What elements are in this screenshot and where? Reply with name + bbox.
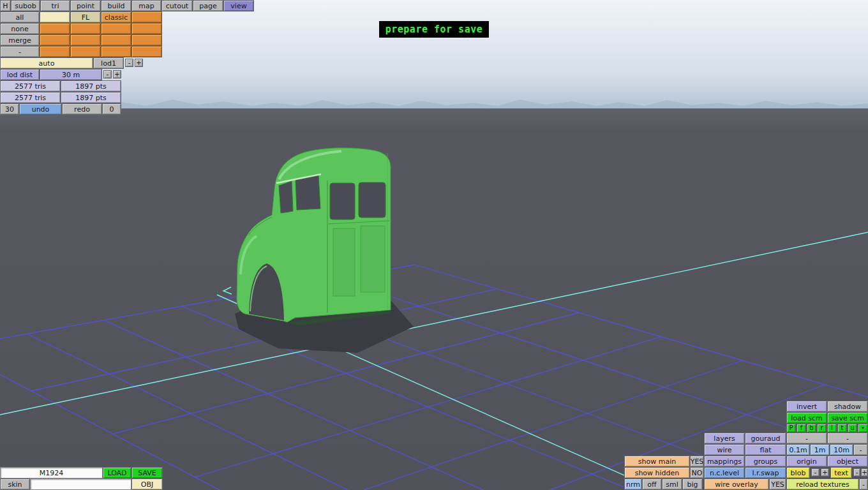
reload-textures-button[interactable]: reload textures — [786, 479, 859, 490]
lod-dist-minus-button[interactable]: - — [103, 70, 112, 78]
show-hidden-label[interactable]: show hidden — [624, 467, 690, 479]
subobj-cell-r2c2[interactable] — [70, 23, 101, 34]
menu-item-cutout[interactable]: cutout — [161, 0, 193, 11]
groups-button[interactable]: groups — [745, 456, 786, 467]
text-minus-button[interactable]: - — [853, 468, 860, 477]
origin-button[interactable]: origin — [786, 456, 827, 467]
pts-count-1: 1897 pts — [61, 80, 121, 92]
grid-1m-button[interactable]: 1m — [810, 444, 830, 456]
subobj-cell-fl[interactable]: FL — [70, 11, 101, 23]
blob-button[interactable]: blob — [786, 467, 810, 479]
view-left-button[interactable]: l — [827, 424, 837, 433]
menu-item-tri[interactable]: tri — [40, 0, 70, 11]
subobj-cell-r4c3[interactable] — [101, 46, 131, 57]
object-button[interactable]: object — [827, 456, 868, 467]
subobj-all-button[interactable]: all — [0, 11, 40, 23]
grid-10m-button[interactable]: 10m — [830, 444, 853, 456]
subobj-dash-button[interactable]: - — [0, 46, 40, 57]
invert-button[interactable]: invert — [786, 401, 827, 412]
lod-plus-button[interactable]: + — [135, 59, 143, 67]
viewport-scene — [0, 0, 868, 490]
menu-item-h[interactable]: H — [0, 0, 11, 11]
mappings-button[interactable]: mappings — [704, 456, 745, 467]
view-right-button[interactable]: r — [817, 424, 827, 433]
load-scm-button[interactable]: load scm — [786, 412, 827, 424]
tris-count-1: 2577 tris — [0, 80, 61, 92]
lr-swap-button[interactable]: l.r.swap — [745, 467, 786, 479]
nrm-button[interactable]: nrm — [624, 479, 642, 490]
undo-button[interactable]: undo — [19, 103, 62, 115]
subobj-cell-r1c4[interactable] — [131, 11, 162, 23]
subobj-merge-button[interactable]: merge — [0, 34, 40, 46]
model-name-field[interactable]: M1924 — [0, 467, 103, 479]
subobj-cell-r2c1[interactable] — [40, 23, 70, 34]
blob-minus-button[interactable]: - — [811, 468, 819, 477]
status-banner: prepare for save — [379, 21, 489, 38]
menu-item-map[interactable]: map — [131, 0, 161, 11]
menu-item-view[interactable]: view — [223, 0, 254, 11]
lod1-button[interactable]: lod1 — [93, 57, 124, 69]
redo-count: 0 — [102, 103, 121, 115]
subobj-cell-r3c2[interactable] — [70, 34, 101, 46]
show-main-value[interactable]: YES — [690, 456, 704, 467]
subobj-cell-classic[interactable]: classic — [101, 11, 131, 23]
menu-item-page[interactable]: page — [193, 0, 223, 11]
subobj-cell-r1c1[interactable] — [40, 11, 70, 23]
subobj-cell-r4c4[interactable] — [131, 46, 162, 57]
view-back-button[interactable]: b — [807, 424, 816, 433]
sml-button[interactable]: sml — [662, 479, 682, 490]
wire-overlay-value[interactable]: YES — [769, 479, 786, 490]
show-hidden-value[interactable]: NO — [690, 467, 704, 479]
subobj-cell-r2c3[interactable] — [101, 23, 131, 34]
menu-item-subob[interactable]: subob — [11, 0, 40, 11]
show-main-label[interactable]: show main — [624, 456, 690, 467]
subobj-cell-r3c4[interactable] — [131, 34, 162, 46]
subobj-cell-r2c4[interactable] — [131, 23, 162, 34]
flat-button[interactable]: flat — [745, 444, 786, 456]
skin-button[interactable]: skin — [0, 479, 30, 490]
grid-dash-button[interactable]: - — [853, 444, 868, 456]
load-button[interactable]: LOAD — [103, 467, 131, 479]
blob-plus-button[interactable]: + — [821, 468, 829, 477]
menu-item-point[interactable]: point — [70, 0, 101, 11]
tris-count-2: 2577 tris — [0, 92, 61, 103]
grid-01m-button[interactable]: 0.1m — [786, 444, 810, 456]
obj-button[interactable]: OBJ — [131, 479, 163, 490]
lod-minus-button[interactable]: - — [125, 59, 133, 67]
lod-auto-button[interactable]: auto — [0, 57, 93, 69]
viewport-3d[interactable] — [0, 0, 868, 490]
windshield-left — [279, 181, 293, 213]
view-front-button[interactable]: f — [797, 424, 806, 433]
text-plus-button[interactable]: + — [861, 468, 868, 477]
subobj-cell-r4c2[interactable] — [70, 46, 101, 57]
reload-dash-button[interactable]: - — [859, 479, 868, 490]
menu-item-build[interactable]: build — [101, 0, 131, 11]
subobj-none-button[interactable]: none — [0, 23, 40, 34]
windshield-right — [296, 175, 320, 210]
layers-button[interactable]: layers — [704, 433, 745, 444]
skin-field[interactable] — [30, 479, 131, 490]
subobj-cell-r4c1[interactable] — [40, 46, 70, 57]
lod-dist-plus-button[interactable]: + — [113, 70, 121, 78]
view-dot-button[interactable]: • — [858, 424, 868, 433]
off-button[interactable]: off — [642, 479, 662, 490]
view-top-button[interactable]: t — [837, 424, 847, 433]
wire-overlay-label[interactable]: wire overlay — [704, 479, 769, 490]
redo-button[interactable]: redo — [62, 103, 102, 115]
subobj-cell-r3c3[interactable] — [101, 34, 131, 46]
gouraud-dash-button[interactable]: - — [827, 433, 868, 444]
save-scm-button[interactable]: save scm — [827, 412, 868, 424]
subobj-cell-r3c1[interactable] — [40, 34, 70, 46]
view-under-button[interactable]: u — [848, 424, 857, 433]
undo-count: 30 — [0, 103, 19, 115]
big-button[interactable]: big — [682, 479, 703, 490]
view-perspective-button[interactable]: P — [786, 424, 796, 433]
lod-dist-label[interactable]: lod dist — [0, 69, 40, 80]
wire-button[interactable]: wire — [704, 444, 745, 456]
shadow-button[interactable]: shadow — [827, 401, 868, 412]
layers-dash-button[interactable]: - — [786, 433, 827, 444]
nc-level-button[interactable]: n.c.level — [704, 467, 745, 479]
text-button[interactable]: text — [830, 467, 852, 479]
save-button[interactable]: SAVE — [131, 467, 163, 479]
gouraud-button[interactable]: gouraud — [745, 433, 786, 444]
